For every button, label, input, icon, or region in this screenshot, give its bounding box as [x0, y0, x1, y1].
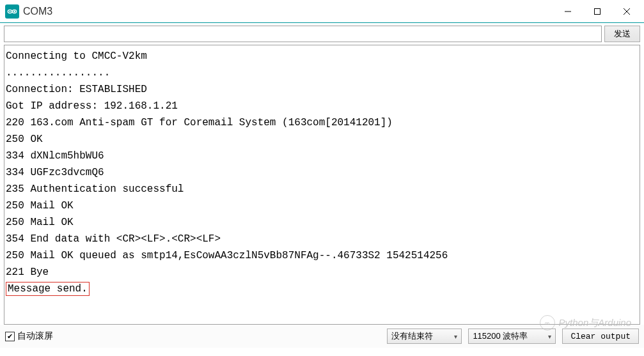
arduino-icon [5, 4, 19, 19]
console-line: 354 End data with <CR><LF>.<CR><LF> [6, 231, 638, 247]
chevron-down-icon: ▾ [548, 333, 551, 340]
send-toolbar: 发送 [0, 23, 644, 45]
clear-output-button[interactable]: Clear output [562, 329, 639, 344]
window-title: COM3 [23, 6, 553, 17]
svg-rect-7 [595, 8, 601, 14]
baud-value: 115200 波特率 [473, 330, 543, 342]
console-line-highlighted: Message send. [6, 281, 638, 297]
baud-dropdown[interactable]: 115200 波特率 ▾ [468, 329, 556, 344]
console-line: Connecting to CMCC-V2km [6, 48, 638, 65]
console-line: 250 Mail OK [6, 214, 638, 231]
serial-console: Connecting to CMCC-V2km.................… [4, 45, 640, 325]
console-line: 250 Mail OK queued as smtp14,EsCowAA3czl… [6, 247, 638, 264]
send-button[interactable]: 发送 [604, 26, 640, 42]
console-line: 334 UGFzc3dvcmQ6 [6, 164, 638, 181]
window-controls [553, 1, 641, 22]
console-line: 235 Authentication successful [6, 181, 638, 197]
console-line: 334 dXNlcm5hbWU6 [6, 148, 638, 164]
line-ending-value: 没有结束符 [391, 330, 449, 342]
autoscroll-checkbox[interactable]: ✔ 自动滚屏 [5, 330, 53, 342]
titlebar: COM3 [0, 0, 644, 23]
minimize-button[interactable] [553, 1, 583, 22]
chevron-down-icon: ▾ [454, 333, 457, 340]
autoscroll-label: 自动滚屏 [17, 330, 53, 342]
console-line: 220 163.com Anti-spam GT for Coremail Sy… [6, 114, 638, 131]
checkbox-icon: ✔ [5, 332, 15, 341]
serial-input[interactable] [4, 26, 602, 42]
line-ending-dropdown[interactable]: 没有结束符 ▾ [387, 329, 462, 344]
maximize-button[interactable] [583, 1, 612, 22]
statusbar: ✔ 自动滚屏 没有结束符 ▾ 115200 波特率 ▾ Clear output [0, 325, 644, 348]
console-line: Got IP address: 192.168.1.21 [6, 98, 638, 114]
close-button[interactable] [612, 1, 641, 22]
console-line: Connection: ESTABLISHED [6, 81, 638, 98]
console-line: 250 OK [6, 131, 638, 148]
console-line: ................. [6, 65, 638, 81]
console-line: 250 Mail OK [6, 197, 638, 214]
console-line: 221 Bye [6, 264, 638, 281]
